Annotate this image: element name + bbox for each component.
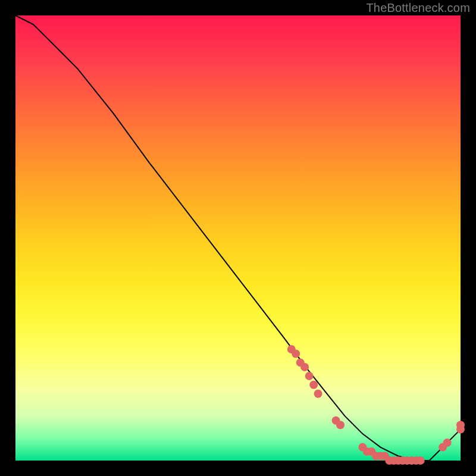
highlight-dot xyxy=(456,421,465,429)
chart-plot-area xyxy=(15,15,461,461)
chart-frame: TheBottleneck.com xyxy=(0,0,476,476)
bottleneck-curve xyxy=(15,15,461,461)
highlight-dot xyxy=(416,456,425,465)
highlight-dots xyxy=(287,345,465,465)
highlight-dot xyxy=(309,381,318,389)
highlight-dot xyxy=(443,439,452,447)
chart-svg xyxy=(15,15,461,461)
highlight-dot xyxy=(314,390,322,398)
highlight-dot xyxy=(300,363,309,371)
highlight-dot xyxy=(292,350,300,358)
highlight-dot xyxy=(336,421,345,429)
watermark-text: TheBottleneck.com xyxy=(366,1,470,15)
highlight-dot xyxy=(305,372,314,380)
